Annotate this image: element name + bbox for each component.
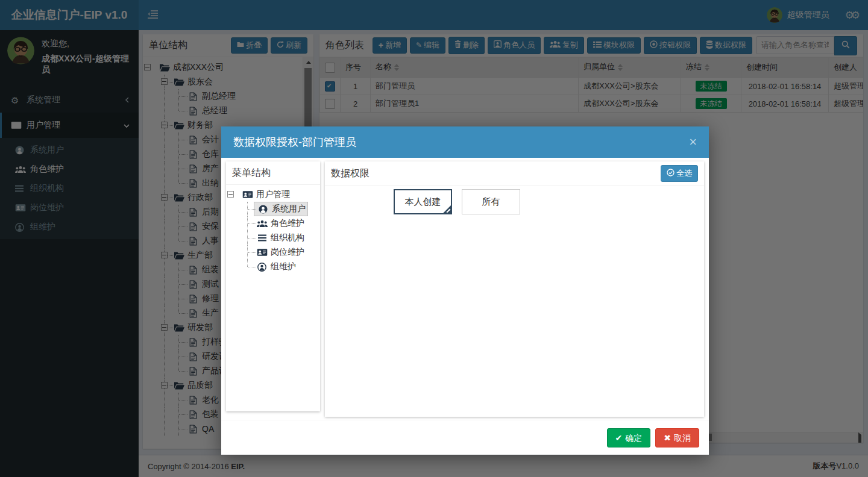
tree-node-岗位维护[interactable]: 岗位维护 [226,245,320,260]
tree-node-label: 组织机构 [271,232,304,243]
modal-header: 数据权限授权-部门管理员 × [221,126,709,158]
tree-node-组维护[interactable]: 组维护 [226,260,320,274]
modal-body: 菜单结构 用户管理系统用户角色维护组织机构岗位维护组维护 数据权限 全选 本人创… [221,158,709,420]
bars-icon [256,234,268,242]
id-card-icon [256,248,268,257]
data-permission-card: 数据权限 全选 本人创建所有 [325,161,704,417]
confirm-button-label: 确定 [625,434,642,442]
data-permission-modal: 数据权限授权-部门管理员 × 菜单结构 用户管理系统用户角色维护组织机构岗位维护… [221,126,709,455]
id-card-icon [242,190,253,199]
permission-option-label: 所有 [482,196,500,208]
tree-connector [226,187,241,202]
cancel-button[interactable]: ✖ 取消 [655,428,699,447]
tree-node-label: 岗位维护 [271,247,304,258]
tree-indent [226,216,241,231]
permission-option-label: 本人创建 [405,196,441,208]
tree-connector [241,216,255,231]
tree-node-角色维护[interactable]: 角色维护 [226,216,320,231]
users-icon [256,220,268,228]
user-circle-icon [257,205,269,214]
tree-indent [226,202,241,216]
select-all-label: 全选 [676,169,692,178]
tree-node-content: 用户管理 [241,188,290,201]
data-permission-title: 数据权限 [331,167,661,180]
menu-structure-title: 菜单结构 [232,167,314,179]
check-circle-icon [667,169,675,178]
select-all-button[interactable]: 全选 [661,165,698,182]
tree-node-用户管理[interactable]: 用户管理 [226,187,320,202]
tree-node-label: 系统用户 [272,204,306,214]
permission-option-本人创建[interactable]: 本人创建 [394,189,452,214]
tree-indent [226,245,241,260]
check-icon: ✔ [615,434,623,442]
tree-node-selected: 系统用户 [254,202,308,216]
close-icon: ✖ [664,434,671,442]
tree-indent [226,260,241,274]
close-icon[interactable]: × [689,136,697,149]
tree-node-label: 组维护 [271,261,296,272]
tree-node-content: 组维护 [255,260,296,273]
tree-expander-minus[interactable] [227,191,234,198]
tree-connector [241,231,255,245]
modal-footer: ✔ 确定 ✖ 取消 [221,420,709,455]
tree-indent [226,231,241,245]
modal-title: 数据权限授权-部门管理员 [233,135,689,149]
tree-connector [241,245,255,260]
tree-connector [241,202,255,216]
tree-node-label: 角色维护 [271,218,304,229]
tree-node-content: 角色维护 [255,217,304,230]
menu-structure-card: 菜单结构 用户管理系统用户角色维护组织机构岗位维护组维护 [226,161,320,411]
tree-node-组织机构[interactable]: 组织机构 [226,231,320,245]
tree-node-label: 用户管理 [256,189,290,200]
cancel-button-label: 取消 [674,434,691,442]
tree-node-系统用户[interactable]: 系统用户 [226,202,320,216]
tree-node-content: 岗位维护 [255,246,304,259]
tree-node-content: 组织机构 [255,231,304,245]
permission-option-所有[interactable]: 所有 [462,189,520,214]
confirm-button[interactable]: ✔ 确定 [607,428,651,447]
tree-connector [241,260,255,274]
user-o-icon [256,263,268,272]
page: 企业信息门户-EIP v1.0 超级管理员 ⚙⚙ 欢迎您, 成都XXX公司-超级… [0,0,868,477]
